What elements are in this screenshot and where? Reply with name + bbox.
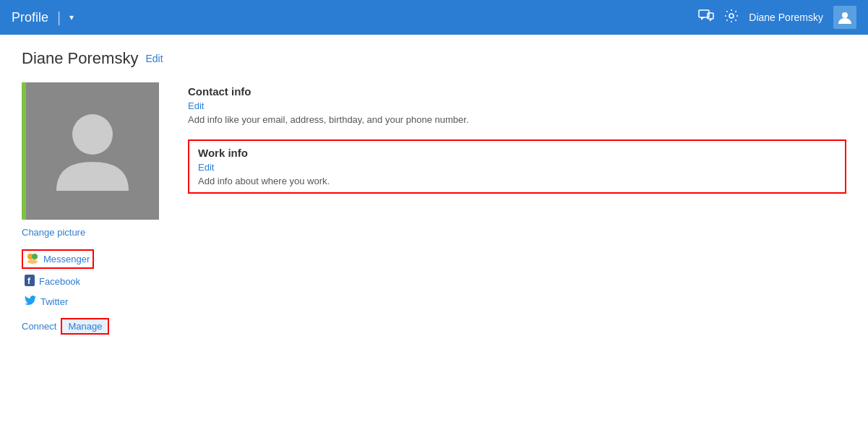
left-column: Change picture Messenger	[22, 82, 166, 335]
svg-rect-2	[708, 13, 713, 19]
twitter-icon	[25, 296, 36, 308]
contact-info-desc: Add info like your email, address, birth…	[188, 114, 846, 125]
settings-icon[interactable]	[724, 9, 739, 27]
manage-button[interactable]: Manage	[61, 318, 109, 335]
svg-point-9	[27, 259, 38, 264]
header-username: Diane Poremsky	[749, 12, 823, 23]
profile-content: Change picture Messenger	[22, 82, 846, 335]
work-info-desc: Add info about where you work.	[198, 176, 836, 186]
header-right-group: Diane Poremsky	[698, 6, 856, 29]
twitter-label: Twitter	[40, 296, 68, 307]
svg-point-8	[32, 254, 38, 259]
work-info-edit-link[interactable]: Edit	[198, 162, 836, 173]
work-info-box: Work info Edit Add info about where you …	[188, 139, 846, 194]
messenger-label: Messenger	[43, 254, 90, 264]
profile-dropdown-icon[interactable]: ▾	[69, 12, 74, 22]
page-title-row: Diane Poremsky Edit	[22, 49, 846, 68]
header-title-group: Profile | ▾	[12, 9, 74, 26]
messenger-icon	[26, 252, 39, 266]
avatar-container	[22, 82, 159, 220]
svg-point-6	[72, 114, 113, 155]
facebook-icon: f	[25, 275, 35, 288]
avatar-silhouette	[49, 104, 136, 198]
connect-label[interactable]: Connect	[22, 321, 56, 332]
main-content: Diane Poremsky Edit Change picture	[0, 35, 868, 349]
header-avatar[interactable]	[833, 6, 856, 29]
messenger-item[interactable]: Messenger	[22, 249, 94, 269]
work-info-section: Work info Edit	[198, 147, 836, 173]
page-title: Diane Poremsky	[22, 49, 138, 68]
contact-info-edit-link[interactable]: Edit	[188, 100, 846, 111]
svg-point-5	[842, 12, 848, 18]
twitter-item[interactable]: Twitter	[22, 294, 94, 309]
social-list: Messenger f Facebook	[22, 249, 94, 309]
svg-point-4	[729, 14, 734, 18]
app-header: Profile | ▾ Diane Poremsky	[0, 0, 868, 35]
contact-info-section: Contact info Edit Add info like your ema…	[188, 85, 846, 125]
facebook-label: Facebook	[39, 276, 80, 287]
page-edit-link[interactable]: Edit	[145, 53, 163, 64]
app-title: Profile	[12, 10, 48, 25]
work-info-title: Work info	[198, 147, 836, 159]
right-column: Contact info Edit Add info like your ema…	[188, 82, 846, 335]
header-divider: |	[57, 9, 61, 26]
connect-row: Connect Manage	[22, 318, 109, 335]
change-picture-link[interactable]: Change picture	[22, 227, 85, 238]
facebook-item[interactable]: f Facebook	[22, 273, 94, 290]
chat-icon[interactable]	[698, 9, 714, 26]
contact-info-title: Contact info	[188, 85, 846, 98]
